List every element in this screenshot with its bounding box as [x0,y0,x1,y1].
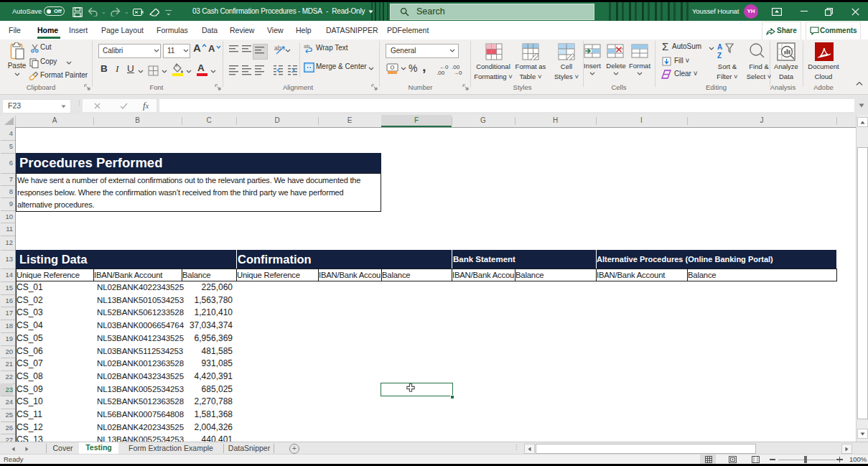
svg-text:ab: ab [304,43,309,50]
svg-text:Z: Z [717,52,722,60]
svg-text:.00: .00 [437,70,445,75]
svg-text:→0: →0 [453,70,462,75]
svg-text:A: A [717,43,722,51]
